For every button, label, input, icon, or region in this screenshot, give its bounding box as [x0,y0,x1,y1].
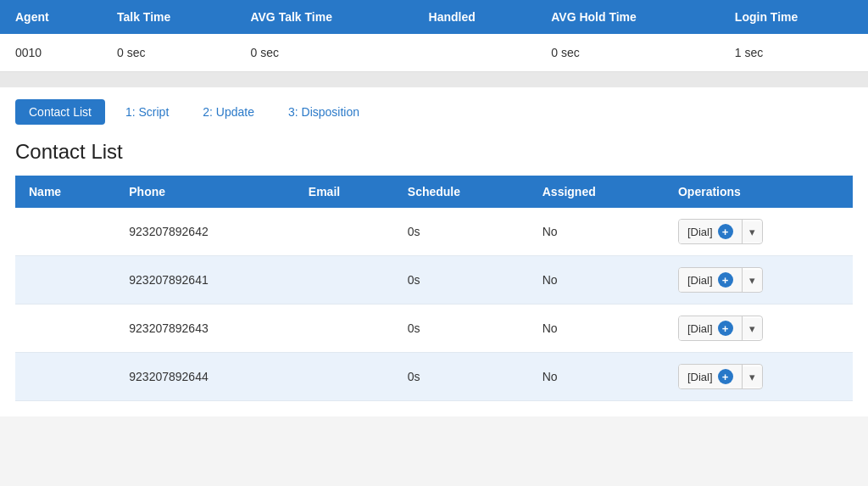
contact-cell-operations: [Dial]+▾ [665,353,853,401]
dial-button[interactable]: [Dial]+ [679,365,743,388]
tabs-row: Contact List1: Script2: Update3: Disposi… [15,99,853,125]
dial-label: [Dial] [687,274,713,287]
contact-row: 9232078926440sNo[Dial]+▾ [15,353,853,401]
contact-header-assigned: Assigned [529,176,665,208]
stats-header-handled: Handled [414,0,537,34]
tabs-section: Contact List1: Script2: Update3: Disposi… [0,87,868,125]
contact-header-name: Name [15,176,115,208]
contact-row: 9232078926420sNo[Dial]+▾ [15,208,853,256]
contact-cell-schedule: 0s [394,353,529,401]
contact-cell-assigned: No [529,208,665,256]
contact-cell-phone: 923207892642 [115,208,295,256]
contact-cell-email [295,353,394,401]
tab-script[interactable]: 1: Script [112,99,182,125]
contact-cell-operations: [Dial]+▾ [665,304,853,353]
contact-cell-assigned: No [529,256,665,304]
contact-cell-operations: [Dial]+▾ [665,256,853,304]
dial-plus-icon: + [718,272,733,288]
contact-cell-email [295,304,394,353]
contact-cell-operations: [Dial]+▾ [665,208,853,256]
contact-cell-email [295,256,394,304]
stats-header-login-time: Login Time [720,0,868,34]
contact-cell-name [15,353,115,401]
dial-label: [Dial] [687,322,713,335]
dial-button[interactable]: [Dial]+ [679,268,743,292]
dial-dropdown-button[interactable]: ▾ [743,270,762,291]
stats-cell-2: 0 sec [235,34,413,72]
contact-header-operations: Operations [665,176,853,208]
contact-cell-email [295,208,394,256]
stats-cell-3 [414,34,537,72]
contact-cell-name [15,256,115,304]
contact-cell-phone: 923207892644 [115,353,295,401]
contact-table: Name Phone Email Schedule Assigned Opera… [15,176,853,401]
contact-row: 9232078926410sNo[Dial]+▾ [15,256,853,304]
contact-list-title: Contact List [15,140,853,164]
dial-dropdown-button[interactable]: ▾ [743,366,762,388]
tab-update[interactable]: 2: Update [189,99,268,125]
stats-header-agent: Agent [0,0,102,34]
stats-header-talk-time: Talk Time [102,0,235,34]
dial-dropdown-button[interactable]: ▾ [743,221,762,243]
contact-cell-phone: 923207892643 [115,304,295,353]
contact-cell-name [15,304,115,353]
dial-plus-icon: + [718,369,733,384]
contact-header-email: Email [295,176,394,208]
contact-header-schedule: Schedule [394,176,529,208]
dial-button[interactable]: [Dial]+ [679,220,743,243]
contact-cell-name [15,208,115,256]
dial-button-group: [Dial]+▾ [678,316,763,341]
dial-button-group: [Dial]+▾ [678,267,763,293]
contact-cell-assigned: No [529,304,665,353]
contact-section: Contact List Name Phone Email Schedule A… [0,125,868,416]
dial-label: [Dial] [687,226,713,238]
contact-header-phone: Phone [115,176,295,208]
contact-cell-schedule: 0s [394,256,529,304]
contact-cell-phone: 923207892641 [115,256,295,304]
stats-header-avg-talk-time: AVG Talk Time [235,0,413,34]
dial-plus-icon: + [718,321,733,336]
contact-cell-schedule: 0s [394,208,529,256]
tab-disposition[interactable]: 3: Disposition [275,99,373,125]
dial-button-group: [Dial]+▾ [678,219,763,244]
tab-contact-list[interactable]: Contact List [15,99,105,125]
contact-cell-assigned: No [529,353,665,401]
stats-header-avg-hold-time: AVG Hold Time [536,0,720,34]
contact-cell-schedule: 0s [394,304,529,353]
dial-button[interactable]: [Dial]+ [679,316,743,340]
dial-label: [Dial] [687,371,713,383]
dial-plus-icon: + [718,224,733,239]
stats-row: 00100 sec0 sec0 sec1 sec [0,34,868,72]
contact-row: 9232078926430sNo[Dial]+▾ [15,304,853,353]
section-divider [0,72,868,87]
dial-button-group: [Dial]+▾ [678,364,763,389]
stats-table: Agent Talk Time AVG Talk Time Handled AV… [0,0,868,72]
dial-dropdown-button[interactable]: ▾ [743,318,762,339]
stats-cell-1: 0 sec [102,34,235,72]
stats-cell-0: 0010 [0,34,102,72]
stats-cell-5: 1 sec [720,34,868,72]
stats-cell-4: 0 sec [536,34,720,72]
